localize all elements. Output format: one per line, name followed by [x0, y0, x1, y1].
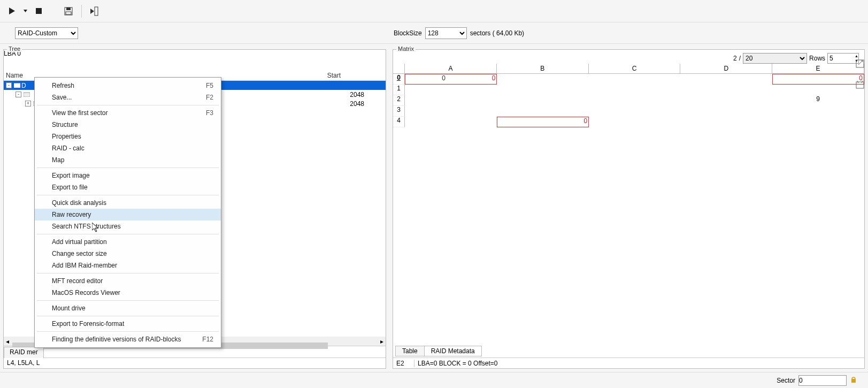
matrix-col-header[interactable]: A	[405, 64, 497, 73]
matrix-col-header[interactable]: D	[680, 64, 772, 73]
exit-button[interactable]	[88, 5, 101, 18]
matrix-cell[interactable]	[497, 106, 589, 117]
menu-item[interactable]: Export image	[35, 170, 221, 181]
menu-item-label: Finding the definitive versions of RAID-…	[52, 336, 181, 343]
matrix-col-header[interactable]: E	[772, 64, 864, 73]
expander-icon[interactable]: -	[16, 92, 21, 97]
side-icon-1[interactable]	[855, 59, 866, 71]
menu-item-label: Properties	[52, 133, 81, 140]
menu-item-label: Change sector size	[52, 250, 107, 257]
menu-item[interactable]: Properties	[35, 131, 221, 142]
menu-item[interactable]: Add virtual partition	[35, 236, 221, 248]
menu-item[interactable]: Map	[35, 154, 221, 166]
menu-item-label: Export to file	[52, 184, 88, 191]
menu-item[interactable]: RAID - calc	[35, 142, 221, 154]
lock-icon[interactable]	[850, 376, 857, 385]
menu-item[interactable]: Change sector size	[35, 248, 221, 260]
matrix-col-header[interactable]: B	[497, 64, 589, 73]
matrix-cell[interactable]	[497, 95, 589, 106]
matrix-cell[interactable]	[589, 85, 681, 95]
matrix-cell[interactable]	[589, 117, 681, 127]
menu-item-label: View the first sector	[52, 109, 107, 117]
matrix-row-header[interactable]: 2	[393, 95, 405, 106]
sectors-text: sectors ( 64,00 Kb)	[470, 29, 524, 37]
tab-raid-members[interactable]: RAID mer	[4, 347, 44, 358]
play-button[interactable]	[5, 5, 18, 18]
save-button[interactable]	[62, 5, 75, 18]
matrix-cell[interactable]	[772, 106, 864, 117]
menu-item[interactable]: Save...F2	[35, 92, 221, 103]
expander-icon[interactable]: +	[25, 101, 31, 106]
matrix-cell[interactable]	[772, 117, 864, 127]
menu-item[interactable]: Finding the definitive versions of RAID-…	[35, 333, 221, 345]
matrix-cell[interactable]	[405, 106, 497, 117]
expander-icon[interactable]: -	[6, 82, 12, 88]
menu-item[interactable]: Add IBM Raid-member	[35, 260, 221, 271]
matrix-cell[interactable]: 9	[772, 95, 864, 106]
matrix-row-header[interactable]: 4	[393, 117, 405, 127]
matrix-cell[interactable]	[405, 117, 497, 127]
blocksize-select[interactable]: 128	[425, 27, 467, 39]
matrix-row-header[interactable]: 1	[393, 85, 405, 95]
svg-marker-0	[9, 7, 15, 14]
status-cell: E2	[393, 360, 414, 367]
matrix-cell[interactable]: 0	[497, 117, 589, 127]
matrix-col-header[interactable]: C	[589, 64, 681, 73]
menu-item[interactable]: RefreshF5	[35, 80, 221, 92]
tab-raid-metadata[interactable]: RAID Metadata	[424, 346, 482, 356]
menu-item-label: Export to Forensic-format	[52, 320, 124, 328]
play-dropdown[interactable]	[22, 5, 28, 18]
matrix-cell[interactable]: 00	[405, 74, 497, 85]
matrix-cell[interactable]	[680, 95, 772, 106]
menu-item[interactable]: Raw recovery	[35, 209, 221, 220]
menu-item[interactable]: Structure	[35, 119, 221, 131]
svg-rect-6	[95, 7, 98, 16]
menu-item[interactable]: Mount drive	[35, 302, 221, 314]
svg-rect-2	[36, 8, 42, 14]
col-start[interactable]: Start	[266, 72, 362, 79]
matrix-cell[interactable]	[680, 74, 772, 85]
matrix-cell[interactable]	[497, 85, 589, 95]
menu-item-label: RAID - calc	[52, 144, 85, 152]
menu-item-shortcut: F5	[206, 82, 213, 89]
rows-up[interactable]: ▲	[855, 54, 858, 58]
menu-item[interactable]: Search NTFS structures	[35, 220, 221, 232]
bottom-bar: Sector	[0, 372, 868, 388]
matrix-cell[interactable]	[589, 106, 681, 117]
matrix-cell[interactable]	[680, 85, 772, 95]
menu-item-label: Search NTFS structures	[52, 223, 121, 230]
menu-item-label: Refresh	[52, 82, 74, 89]
matrix-cell[interactable]	[589, 95, 681, 106]
page-current: 2	[733, 55, 737, 62]
menu-item-label: Save...	[52, 94, 72, 101]
main-toolbar	[0, 0, 868, 22]
menu-item[interactable]: View the first sectorF3	[35, 107, 221, 119]
menu-item[interactable]: Quick disk analysis	[35, 197, 221, 209]
matrix-cell[interactable]	[680, 106, 772, 117]
tab-table[interactable]: Table	[395, 346, 425, 356]
menu-item[interactable]: MacOS Records Viewer	[35, 287, 221, 299]
menu-item[interactable]: MFT record editor	[35, 275, 221, 287]
matrix-row-header[interactable]: 3	[393, 106, 405, 117]
raid-type-select[interactable]: RAID-Custom	[15, 27, 78, 39]
page-total-select[interactable]: 20	[743, 53, 807, 64]
stop-button[interactable]	[32, 5, 45, 18]
matrix-cell[interactable]: 0	[772, 74, 864, 85]
rows-input[interactable]	[828, 54, 855, 63]
matrix-cell[interactable]	[497, 74, 588, 85]
matrix-grid[interactable]: ABCDE0000129340	[393, 64, 864, 127]
matrix-cell[interactable]	[772, 85, 864, 95]
svg-rect-11	[856, 82, 864, 88]
menu-item[interactable]: Export to file	[35, 181, 221, 193]
matrix-cell[interactable]	[405, 95, 497, 106]
sector-input[interactable]	[798, 375, 847, 386]
svg-rect-8	[24, 93, 30, 97]
menu-item[interactable]: Export to Forensic-format	[35, 318, 221, 330]
matrix-cell[interactable]	[681, 117, 773, 127]
side-icon-2[interactable]	[855, 80, 866, 92]
matrix-cell[interactable]	[589, 74, 680, 85]
menu-item-label: Add virtual partition	[52, 238, 107, 246]
matrix-cell[interactable]	[405, 85, 497, 95]
context-menu[interactable]: RefreshF5Save...F2View the first sectorF…	[34, 77, 221, 348]
matrix-row-header[interactable]: 0	[393, 74, 405, 85]
